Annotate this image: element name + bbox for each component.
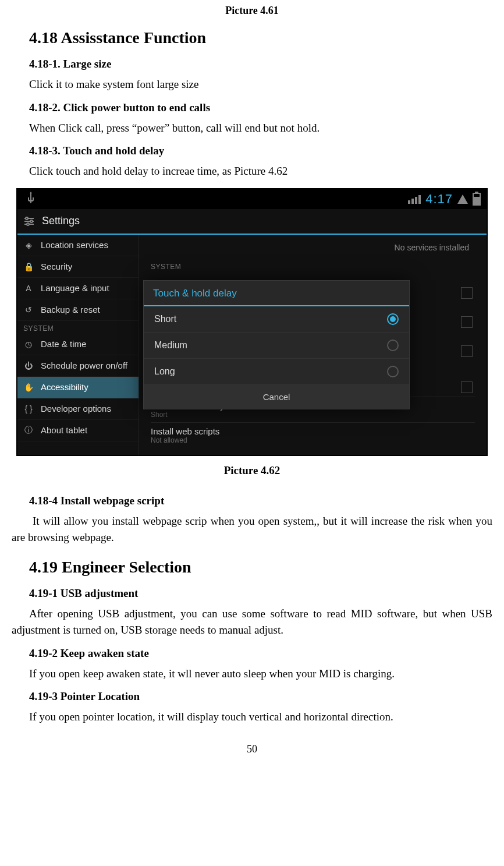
content-section-system: SYSTEM [151,263,181,271]
dialog-option-long[interactable]: Long [144,359,409,385]
figure-caption-top: Picture 4.61 [12,5,492,17]
page-number: 50 [12,743,492,755]
dialog-cancel-button[interactable]: Cancel [144,385,409,409]
figure-caption-bottom: Picture 4.62 [12,464,492,477]
dialog-option-label: Medium [154,340,187,351]
checkbox-ghost[interactable] [461,316,473,328]
touch-hold-dialog: Touch & hold delay Short Medium Long Can… [143,280,410,409]
heading-4-18-4: 4.18-4 Install webpage script [29,494,492,507]
braces-icon: { } [23,404,34,414]
radio-icon [387,366,399,377]
checkbox-ghost[interactable] [461,345,473,357]
para-4-19-1: After opening USB adjustment, you can us… [12,606,492,639]
sidebar-item-developer[interactable]: { } Developer options [17,398,139,420]
sidebar-item-label: Location services [41,240,108,250]
sidebar-item-datetime[interactable]: ◷ Date & time [17,334,139,355]
settings-sidebar: ◈ Location services 🔒 Security A Languag… [17,235,139,455]
sidebar-item-label: Developer options [41,404,111,413]
no-services-text: No services installed [395,243,469,252]
svg-point-4 [30,220,33,222]
heading-4-19-1: 4.19-1 USB adjustment [29,587,492,600]
clock-icon: ◷ [23,339,34,349]
svg-point-3 [26,217,28,220]
sidebar-item-label: Accessibility [41,382,88,392]
info-icon: ⓘ [23,425,34,436]
status-time: 4:17 [425,192,453,207]
para-4-18-4: It will allow you install webpage scrip … [12,513,492,546]
location-icon: ◈ [23,240,34,250]
sidebar-section-system: SYSTEM [17,321,139,334]
para-4-18-3: Click touch and hold delay to increae ti… [29,163,492,180]
embedded-screenshot: 4:17 Settings ◈ Location services 🔒 Secu… [16,188,488,456]
radio-icon [387,313,399,325]
radio-icon [387,340,399,351]
row-title: Install web scripts [151,426,475,436]
sidebar-item-label: Language & input [41,283,109,293]
para-4-18-2: When Click call, press “power” button, c… [29,120,492,137]
dialog-option-label: Long [154,366,175,377]
sliders-icon [23,215,35,227]
sidebar-item-security[interactable]: 🔒 Security [17,256,139,278]
para-4-19-2: If you open keep awaken state, it wll ne… [29,666,492,683]
heading-4-18-3: 4.18-3. Touch and hold delay [29,144,492,157]
heading-4-19-2: 4.19-2 Keep awaken state [29,647,492,660]
sidebar-item-label: Security [41,261,72,271]
lock-icon: 🔒 [23,261,34,272]
dialog-option-label: Short [154,314,176,324]
dialog-title: Touch & hold delay [144,281,409,306]
signal-icon [408,195,421,204]
para-4-18-1: Click it to make system font large size [29,76,492,93]
keyboard-icon: A [23,283,34,294]
settings-title: Settings [42,215,80,227]
sidebar-item-location[interactable]: ◈ Location services [17,235,139,256]
status-bar: 4:17 [17,189,487,209]
sidebar-item-schedule[interactable]: ⏻ Schedule power on/off [17,355,139,377]
hand-icon: ✋ [23,382,34,393]
checkbox-ghost[interactable] [461,381,473,393]
para-4-19-3: If you open pointer location, it will di… [29,709,492,726]
battery-icon [473,193,481,206]
sidebar-item-language[interactable]: A Language & input [17,278,139,299]
sidebar-item-label: Date & time [41,339,86,349]
heading-4-18-2: 4.18-2. Click power button to end calls [29,101,492,114]
usb-icon [27,192,35,206]
heading-4-19-3: 4.19-3 Pointer Location [29,690,492,703]
dialog-option-short[interactable]: Short [144,306,409,333]
svg-point-5 [27,223,29,225]
sidebar-item-label: Backup & reset [41,305,100,314]
heading-4-19: 4.19 Engineer Selection [29,558,492,577]
settings-header: Settings [17,209,487,235]
heading-4-18-1: 4.18-1. Large size [29,58,492,70]
dialog-option-medium[interactable]: Medium [144,333,409,359]
power-icon: ⏻ [23,360,34,371]
content-row-webscripts[interactable]: Install web scripts Not allowed [151,422,475,446]
backup-icon: ↺ [23,305,34,315]
heading-4-18: 4.18 Assisstance Function [29,29,492,47]
sidebar-item-label: Schedule power on/off [41,360,127,370]
row-subtitle: Short [151,411,475,419]
sidebar-item-label: About tablet [41,425,87,435]
sidebar-item-backup[interactable]: ↺ Backup & reset [17,299,139,321]
wifi-icon [457,195,468,204]
sidebar-item-about[interactable]: ⓘ About tablet [17,420,139,441]
checkbox-ghost[interactable] [461,287,473,299]
row-subtitle: Not allowed [151,436,475,444]
sidebar-item-accessibility[interactable]: ✋ Accessibility [17,377,139,398]
